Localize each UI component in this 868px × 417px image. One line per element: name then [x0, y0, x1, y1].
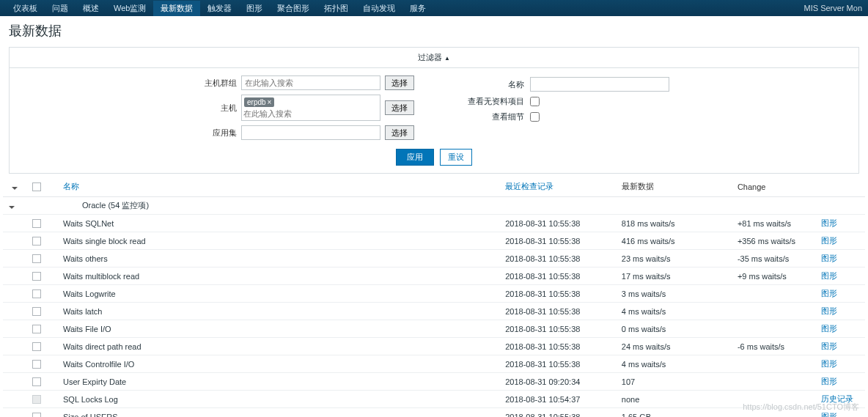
table-row: SQL Locks Log2018-08-31 10:54:37none历史记录 [3, 391, 865, 408]
nav-item-2[interactable]: 概述 [76, 1, 106, 16]
host-input-box[interactable]: erpdb× [241, 95, 380, 121]
row-data: 4 ms waits/s [616, 303, 732, 320]
col-lastcheck[interactable]: 最近检查记录 [499, 177, 616, 197]
row-link[interactable]: 图形 [815, 355, 865, 373]
row-name: SQL Locks Log [57, 391, 499, 408]
row-link[interactable]: 图形 [815, 373, 865, 391]
row-change [732, 320, 815, 338]
nav-item-0[interactable]: 仪表板 [6, 1, 45, 16]
row-link[interactable]: 图形 [815, 285, 865, 303]
row-data: 416 ms waits/s [616, 232, 732, 250]
row-name: Waits Logwrite [57, 285, 499, 303]
row-name: User Expirty Date [57, 373, 499, 391]
row-link[interactable]: 图形 [815, 232, 865, 250]
row-link[interactable]: 图形 [815, 320, 865, 338]
checkbox-icon[interactable] [32, 182, 41, 191]
nav-item-9[interactable]: 自动发现 [356, 1, 402, 16]
row-time: 2018-08-31 10:55:38 [499, 232, 616, 250]
row-time: 2018-08-31 10:55:38 [499, 215, 616, 232]
app-input[interactable] [241, 125, 380, 140]
nav-item-4[interactable]: 最新数据 [153, 1, 200, 16]
table-row: Waits SQLNet2018-08-31 10:55:38818 ms wa… [3, 215, 865, 232]
nav-item-10[interactable]: 服务 [402, 1, 433, 16]
name-filter-input[interactable] [530, 77, 669, 92]
row-time: 2018-08-31 10:55:38 [499, 338, 616, 355]
host-select-button[interactable]: 选择 [385, 100, 414, 115]
expand-header[interactable] [3, 177, 26, 197]
detail-label: 查看细节 [458, 111, 524, 122]
row-change: +81 ms waits/s [732, 215, 815, 232]
host-search-input[interactable] [243, 109, 317, 118]
row-name: Waits others [57, 250, 499, 267]
row-link[interactable]: 图形 [815, 250, 865, 267]
app-select-button[interactable]: 选择 [385, 125, 414, 140]
host-label: 主机 [199, 103, 237, 114]
reset-button[interactable]: 重设 [440, 149, 472, 166]
row-link[interactable]: 图形 [815, 303, 865, 320]
row-checkbox[interactable] [32, 325, 41, 333]
row-checkbox[interactable] [32, 289, 41, 298]
row-checkbox[interactable] [32, 342, 41, 351]
group-row[interactable]: Oracle (54 监控项) [3, 197, 865, 215]
close-icon[interactable]: × [268, 98, 272, 106]
row-change: -35 ms waits/s [732, 250, 815, 267]
row-name: Waits SQLNet [57, 215, 499, 232]
row-link[interactable]: 历史记录 [815, 391, 865, 408]
row-name: Waits Controlfile I/O [57, 355, 499, 373]
row-checkbox[interactable] [32, 237, 41, 246]
row-time: 2018-08-31 10:55:38 [499, 355, 616, 373]
nav-item-8[interactable]: 拓扑图 [317, 1, 356, 16]
row-data: 0 ms waits/s [616, 320, 732, 338]
row-link[interactable]: 图形 [815, 408, 865, 418]
row-checkbox[interactable] [32, 219, 41, 228]
table-row: Waits direct path read2018-08-31 10:55:3… [3, 338, 865, 355]
host-group-label: 主机群组 [199, 78, 237, 89]
top-nav: 仪表板问题概述Web监测最新数据触发器图形聚合图形拓扑图自动发现服务 MIS S… [0, 0, 868, 16]
row-name: Waits File I/O [57, 320, 499, 338]
nav-item-1[interactable]: 问题 [45, 1, 76, 16]
row-time: 2018-08-31 09:20:34 [499, 373, 616, 391]
host-tag[interactable]: erpdb× [244, 97, 274, 107]
col-name[interactable]: 名称 [57, 177, 499, 197]
nav-item-6[interactable]: 图形 [239, 1, 270, 16]
table-row: Waits File I/O2018-08-31 10:55:380 ms wa… [3, 320, 865, 338]
table-row: User Expirty Date2018-08-31 09:20:34107图… [3, 373, 865, 391]
page-title: 最新数据 [0, 16, 868, 47]
table-row: Waits Controlfile I/O2018-08-31 10:55:38… [3, 355, 865, 373]
detail-checkbox[interactable] [530, 112, 540, 122]
filter-header[interactable]: 过滤器 ▲ [10, 48, 858, 68]
row-checkbox[interactable] [32, 413, 41, 417]
row-checkbox[interactable] [32, 272, 41, 281]
row-checkbox[interactable] [32, 377, 41, 386]
row-link[interactable]: 图形 [815, 338, 865, 355]
no-data-checkbox[interactable] [530, 97, 540, 106]
row-time: 2018-08-31 10:55:38 [499, 320, 616, 338]
row-name: Waits direct path read [57, 338, 499, 355]
row-name: Waits latch [57, 303, 499, 320]
row-time: 2018-08-31 10:55:38 [499, 303, 616, 320]
row-link[interactable]: 图形 [815, 267, 865, 285]
table-row: Waits Logwrite2018-08-31 10:55:383 ms wa… [3, 285, 865, 303]
filter-panel: 过滤器 ▲ 主机群组 选择 主机 erpdb× 选择 应用集 选择 [9, 47, 859, 174]
nav-item-7[interactable]: 聚合图形 [270, 1, 317, 16]
host-group-select-button[interactable]: 选择 [385, 75, 414, 90]
col-lastdata: 最新数据 [616, 177, 732, 197]
select-all-header[interactable] [26, 177, 57, 197]
chevron-down-icon [9, 206, 15, 209]
apply-button[interactable]: 应用 [396, 149, 434, 166]
row-checkbox[interactable] [32, 307, 41, 316]
row-data: none [616, 391, 732, 408]
row-data: 3 ms waits/s [616, 285, 732, 303]
row-data: 818 ms waits/s [616, 215, 732, 232]
row-checkbox[interactable] [32, 360, 41, 369]
table-row: Size of USERS2018-08-31 10:55:381.65 GB图… [3, 408, 865, 418]
row-checkbox[interactable] [32, 254, 41, 263]
row-link[interactable]: 图形 [815, 215, 865, 232]
row-name: Waits multiblock read [57, 267, 499, 285]
row-change [732, 355, 815, 373]
nav-item-3[interactable]: Web监测 [106, 1, 153, 16]
nav-item-5[interactable]: 触发器 [200, 1, 239, 16]
host-group-input[interactable] [241, 75, 380, 90]
row-time: 2018-08-31 10:54:37 [499, 391, 616, 408]
row-checkbox [32, 395, 41, 404]
